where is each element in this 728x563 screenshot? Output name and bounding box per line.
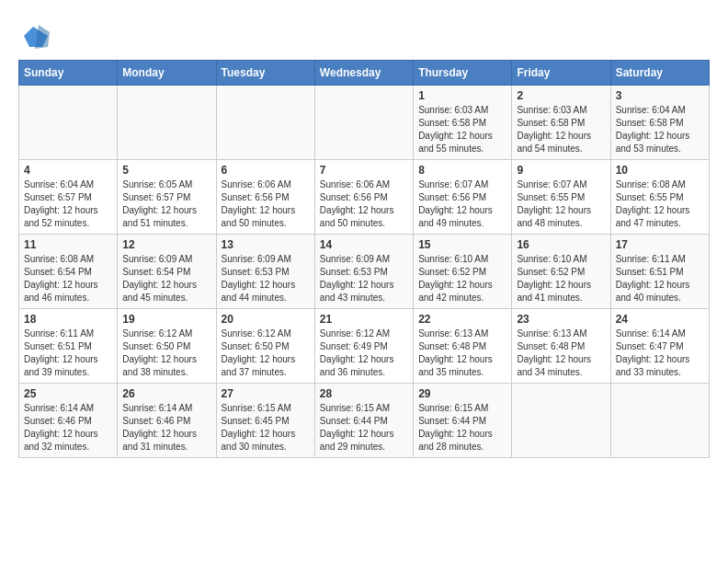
weekday-header-monday: Monday	[118, 61, 216, 86]
day-number: 14	[320, 238, 408, 251]
calendar-day-8: 8Sunrise: 6:07 AMSunset: 6:56 PMDaylight…	[414, 160, 512, 235]
weekday-header-thursday: Thursday	[414, 61, 512, 86]
empty-cell	[19, 86, 118, 160]
calendar-day-29: 29Sunrise: 6:15 AMSunset: 6:44 PMDayligh…	[414, 384, 512, 458]
day-info: Sunrise: 6:07 AMSunset: 6:56 PMDaylight:…	[418, 178, 506, 230]
empty-cell	[610, 384, 709, 458]
day-info: Sunrise: 6:14 AMSunset: 6:46 PMDaylight:…	[122, 402, 210, 454]
svg-marker-1	[35, 25, 50, 49]
calendar-week-2: 4Sunrise: 6:04 AMSunset: 6:57 PMDaylight…	[19, 160, 710, 235]
day-info: Sunrise: 6:04 AMSunset: 6:57 PMDaylight:…	[24, 178, 112, 230]
day-number: 26	[122, 387, 210, 400]
calendar-week-1: 1Sunrise: 6:03 AMSunset: 6:58 PMDaylight…	[19, 86, 710, 160]
calendar-day-25: 25Sunrise: 6:14 AMSunset: 6:46 PMDayligh…	[19, 384, 118, 458]
calendar-day-7: 7Sunrise: 6:06 AMSunset: 6:56 PMDaylight…	[314, 160, 413, 235]
day-info: Sunrise: 6:03 AMSunset: 6:58 PMDaylight:…	[418, 104, 506, 155]
day-number: 19	[122, 313, 210, 326]
day-info: Sunrise: 6:08 AMSunset: 6:55 PMDaylight:…	[616, 178, 704, 230]
calendar-day-15: 15Sunrise: 6:10 AMSunset: 6:52 PMDayligh…	[414, 235, 512, 309]
calendar-day-21: 21Sunrise: 6:12 AMSunset: 6:49 PMDayligh…	[314, 309, 413, 384]
day-info: Sunrise: 6:12 AMSunset: 6:49 PMDaylight:…	[320, 327, 408, 379]
calendar-week-5: 25Sunrise: 6:14 AMSunset: 6:46 PMDayligh…	[19, 384, 710, 458]
day-number: 3	[616, 89, 704, 102]
day-info: Sunrise: 6:12 AMSunset: 6:50 PMDaylight:…	[122, 327, 210, 379]
day-number: 5	[122, 164, 210, 177]
day-number: 27	[222, 387, 310, 400]
calendar-day-24: 24Sunrise: 6:14 AMSunset: 6:47 PMDayligh…	[610, 309, 709, 384]
day-info: Sunrise: 6:15 AMSunset: 6:44 PMDaylight:…	[320, 402, 408, 454]
day-number: 18	[24, 313, 112, 326]
day-info: Sunrise: 6:09 AMSunset: 6:54 PMDaylight:…	[122, 253, 210, 304]
day-info: Sunrise: 6:15 AMSunset: 6:45 PMDaylight:…	[222, 402, 310, 454]
day-info: Sunrise: 6:10 AMSunset: 6:52 PMDaylight:…	[517, 253, 605, 304]
logo-icon	[22, 23, 50, 51]
calendar-day-23: 23Sunrise: 6:13 AMSunset: 6:48 PMDayligh…	[512, 309, 610, 384]
day-number: 16	[517, 238, 605, 251]
calendar-day-5: 5Sunrise: 6:05 AMSunset: 6:57 PMDaylight…	[118, 160, 216, 235]
weekday-header-wednesday: Wednesday	[314, 61, 413, 86]
day-number: 12	[122, 238, 210, 251]
day-info: Sunrise: 6:14 AMSunset: 6:47 PMDaylight:…	[616, 327, 704, 379]
day-info: Sunrise: 6:07 AMSunset: 6:55 PMDaylight:…	[517, 178, 605, 230]
day-info: Sunrise: 6:08 AMSunset: 6:54 PMDaylight:…	[24, 253, 112, 304]
day-info: Sunrise: 6:04 AMSunset: 6:58 PMDaylight:…	[616, 104, 704, 155]
calendar-day-1: 1Sunrise: 6:03 AMSunset: 6:58 PMDaylight…	[414, 86, 512, 160]
calendar-day-17: 17Sunrise: 6:11 AMSunset: 6:51 PMDayligh…	[610, 235, 709, 309]
day-number: 8	[418, 164, 506, 177]
calendar-day-14: 14Sunrise: 6:09 AMSunset: 6:53 PMDayligh…	[314, 235, 413, 309]
calendar-day-13: 13Sunrise: 6:09 AMSunset: 6:53 PMDayligh…	[216, 235, 314, 309]
empty-cell	[314, 86, 413, 160]
day-number: 11	[24, 238, 112, 251]
day-info: Sunrise: 6:13 AMSunset: 6:48 PMDaylight:…	[418, 327, 506, 379]
day-number: 25	[24, 387, 112, 400]
day-number: 1	[418, 89, 506, 102]
day-info: Sunrise: 6:10 AMSunset: 6:52 PMDaylight:…	[418, 253, 506, 304]
day-number: 17	[616, 238, 704, 251]
calendar-week-4: 18Sunrise: 6:11 AMSunset: 6:51 PMDayligh…	[19, 309, 710, 384]
calendar-day-3: 3Sunrise: 6:04 AMSunset: 6:58 PMDaylight…	[610, 86, 709, 160]
day-info: Sunrise: 6:06 AMSunset: 6:56 PMDaylight:…	[222, 178, 310, 230]
calendar-day-4: 4Sunrise: 6:04 AMSunset: 6:57 PMDaylight…	[19, 160, 118, 235]
day-info: Sunrise: 6:14 AMSunset: 6:46 PMDaylight:…	[24, 402, 112, 454]
weekday-header-row: SundayMondayTuesdayWednesdayThursdayFrid…	[19, 61, 710, 86]
day-number: 22	[418, 313, 506, 326]
day-number: 15	[418, 238, 506, 251]
calendar-day-28: 28Sunrise: 6:15 AMSunset: 6:44 PMDayligh…	[314, 384, 413, 458]
weekday-header-sunday: Sunday	[19, 61, 118, 86]
calendar-day-19: 19Sunrise: 6:12 AMSunset: 6:50 PMDayligh…	[118, 309, 216, 384]
weekday-header-tuesday: Tuesday	[216, 61, 314, 86]
logo	[18, 23, 50, 51]
day-number: 24	[616, 313, 704, 326]
day-number: 29	[418, 387, 506, 400]
calendar-day-26: 26Sunrise: 6:14 AMSunset: 6:46 PMDayligh…	[118, 384, 216, 458]
day-number: 23	[517, 313, 605, 326]
calendar-day-2: 2Sunrise: 6:03 AMSunset: 6:58 PMDaylight…	[512, 86, 610, 160]
day-info: Sunrise: 6:13 AMSunset: 6:48 PMDaylight:…	[517, 327, 605, 379]
empty-cell	[118, 86, 216, 160]
day-number: 4	[24, 164, 112, 177]
calendar-day-22: 22Sunrise: 6:13 AMSunset: 6:48 PMDayligh…	[414, 309, 512, 384]
day-number: 6	[222, 164, 310, 177]
day-number: 13	[222, 238, 310, 251]
day-info: Sunrise: 6:12 AMSunset: 6:50 PMDaylight:…	[222, 327, 310, 379]
calendar-day-11: 11Sunrise: 6:08 AMSunset: 6:54 PMDayligh…	[19, 235, 118, 309]
calendar-day-27: 27Sunrise: 6:15 AMSunset: 6:45 PMDayligh…	[216, 384, 314, 458]
day-info: Sunrise: 6:09 AMSunset: 6:53 PMDaylight:…	[320, 253, 408, 304]
day-number: 28	[320, 387, 408, 400]
header	[18, 18, 710, 51]
day-number: 21	[320, 313, 408, 326]
day-number: 20	[222, 313, 310, 326]
weekday-header-saturday: Saturday	[610, 61, 709, 86]
calendar-day-6: 6Sunrise: 6:06 AMSunset: 6:56 PMDaylight…	[216, 160, 314, 235]
weekday-header-friday: Friday	[512, 61, 610, 86]
day-info: Sunrise: 6:11 AMSunset: 6:51 PMDaylight:…	[616, 253, 704, 304]
day-info: Sunrise: 6:03 AMSunset: 6:58 PMDaylight:…	[517, 104, 605, 155]
calendar-day-9: 9Sunrise: 6:07 AMSunset: 6:55 PMDaylight…	[512, 160, 610, 235]
calendar-day-16: 16Sunrise: 6:10 AMSunset: 6:52 PMDayligh…	[512, 235, 610, 309]
day-info: Sunrise: 6:11 AMSunset: 6:51 PMDaylight:…	[24, 327, 112, 379]
calendar-day-10: 10Sunrise: 6:08 AMSunset: 6:55 PMDayligh…	[610, 160, 709, 235]
day-number: 9	[517, 164, 605, 177]
day-info: Sunrise: 6:09 AMSunset: 6:53 PMDaylight:…	[222, 253, 310, 304]
calendar-table: SundayMondayTuesdayWednesdayThursdayFrid…	[18, 60, 710, 458]
calendar-day-12: 12Sunrise: 6:09 AMSunset: 6:54 PMDayligh…	[118, 235, 216, 309]
